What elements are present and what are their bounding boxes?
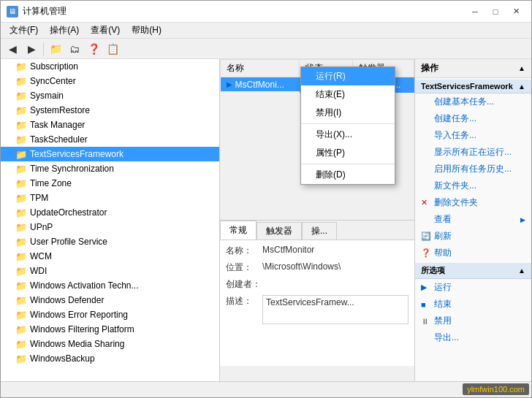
folder-icon: 📁 <box>15 324 27 335</box>
props-creator-row: 创建者： <box>226 278 408 291</box>
tab-triggers[interactable]: 触发器 <box>256 222 302 240</box>
sidebar-item-systemrestore[interactable]: 📁 SystemRestore <box>1 103 219 118</box>
action-run[interactable]: ▶ 运行 <box>415 279 531 296</box>
props-desc-value: TextServicesFramew... <box>262 295 408 324</box>
sidebar-item-timesync[interactable]: 📁 Time Synchronization <box>1 161 219 176</box>
back-button[interactable]: ◀ <box>4 41 21 57</box>
context-menu-sep2 <box>301 164 395 164</box>
toolbar-btn-2[interactable]: 🗂 <box>66 41 83 57</box>
action-show-running[interactable]: 显示所有正在运行... <box>415 144 531 161</box>
actions-section-selected: 所选项 ▲ <box>415 263 531 279</box>
context-menu-props[interactable]: 属性(P) <box>301 144 395 162</box>
toolbar-btn-3[interactable]: ❓ <box>85 41 102 57</box>
run-icon: ▶ <box>421 283 431 292</box>
context-menu-end[interactable]: 结束(E) <box>301 85 395 104</box>
actions-header: 操作 ▲ <box>415 59 531 78</box>
context-menu-run[interactable]: 运行(R) <box>301 67 395 85</box>
context-menu-delete[interactable]: 删除(D) <box>301 166 395 184</box>
action-enable-history[interactable]: 启用所有任务历史... <box>415 161 531 177</box>
toolbar: ◀ ▶ 📁 🗂 ❓ 📋 <box>1 39 531 59</box>
minimize-button[interactable]: ─ <box>466 4 484 20</box>
props-content: 名称： MsCtfMonitor 位置： \Microsoft\Windows\… <box>220 240 414 333</box>
maximize-button[interactable]: □ <box>486 4 505 20</box>
sidebar-item-taskscheduler[interactable]: 📁 TaskScheduler <box>1 132 219 147</box>
tab-actions[interactable]: 操... <box>302 222 337 240</box>
task-status-icon: ▶ <box>227 80 232 88</box>
toolbar-separator <box>43 42 44 56</box>
center-area: 名称 状态 触发器 ▶ MsCtfMoni... 正 <box>220 59 414 381</box>
col-name: 名称 <box>221 60 300 77</box>
close-button[interactable]: ✕ <box>506 4 525 20</box>
end-icon: ■ <box>421 300 431 309</box>
folder-icon: 📁 <box>15 251 27 262</box>
sidebar-item-winerrorreporting[interactable]: 📁 Windows Error Reporting <box>1 307 219 322</box>
sidebar-item-wcm[interactable]: 📁 WCM <box>1 249 219 264</box>
task-name-cell: ▶ MsCtfMoni... <box>221 77 300 92</box>
section-collapse-icon: ▲ <box>518 83 525 91</box>
action-import-task[interactable]: 导入任务... <box>415 127 531 144</box>
folder-icon: 📁 <box>15 222 27 233</box>
right-main: 名称 状态 触发器 ▶ MsCtfMoni... 正 <box>220 59 531 381</box>
folder-icon: 📁 <box>15 105 27 116</box>
title-bar: 🖥 计算机管理 ─ □ ✕ <box>1 1 531 23</box>
sidebar-item-upnp[interactable]: 📁 UPnP <box>1 220 219 234</box>
sidebar-item-timezone[interactable]: 📁 Time Zone <box>1 176 219 191</box>
sidebar-item-updateorch[interactable]: 📁 UpdateOrchestrator <box>1 205 219 220</box>
action-end[interactable]: ■ 结束 <box>415 296 531 313</box>
action-delete-folder[interactable]: ✕ 删除文件夹 <box>415 194 531 211</box>
sidebar-item-textservices[interactable]: 📁 TextServicesFramework <box>1 147 219 161</box>
sidebar-item-winmediasharing[interactable]: 📁 Windows Media Sharing <box>1 337 219 351</box>
action-create-basic[interactable]: 创建基本任务... <box>415 93 531 110</box>
action-disable[interactable]: ⏸ 禁用 <box>415 313 531 329</box>
props-name-value: MsCtfMonitor <box>262 245 408 255</box>
props-location-value: \Microsoft\Windows\ <box>262 261 408 272</box>
props-creator-label: 创建者： <box>226 278 262 291</box>
sidebar-item-subscription[interactable]: 📁 Subscription <box>1 59 219 74</box>
menu-bar: 文件(F) 操作(A) 查看(V) 帮助(H) <box>1 23 531 39</box>
menu-help[interactable]: 帮助(H) <box>126 23 167 38</box>
task-table-container: 名称 状态 触发器 ▶ MsCtfMoni... 正 <box>220 59 414 220</box>
status-bar <box>1 381 531 397</box>
action-help[interactable]: ❓ 帮助 <box>415 245 531 261</box>
sidebar-item-userprofile[interactable]: 📁 User Profile Service <box>1 234 219 249</box>
action-view[interactable]: 查看 ▶ <box>415 211 531 228</box>
menu-view[interactable]: 查看(V) <box>85 23 126 38</box>
section2-collapse-icon: ▲ <box>518 267 525 275</box>
context-menu-export[interactable]: 导出(X)... <box>301 126 395 144</box>
folder-icon: 📁 <box>15 310 27 321</box>
sidebar-item-winfiltering[interactable]: 📁 Windows Filtering Platform <box>1 322 219 337</box>
sidebar-item-sysmain[interactable]: 📁 Sysmain <box>1 88 219 103</box>
sidebar-item-wdi[interactable]: 📁 WDI <box>1 264 219 278</box>
content-area: 📁 Subscription 📁 SyncCenter 📁 Sysmain 📁 … <box>1 59 531 381</box>
props-location-row: 位置： \Microsoft\Windows\ <box>226 261 408 274</box>
action-refresh[interactable]: 🔄 刷新 <box>415 228 531 245</box>
disable-icon: ⏸ <box>421 317 431 326</box>
action-create-task[interactable]: 创建任务... <box>415 110 531 127</box>
sidebar-item-winbackup[interactable]: 📁 WindowsBackup <box>1 351 219 366</box>
action-export[interactable]: 导出... <box>415 329 531 346</box>
tab-general[interactable]: 常规 <box>220 221 256 240</box>
context-menu-disable[interactable]: 禁用(I) <box>301 104 395 122</box>
menu-action[interactable]: 操作(A) <box>44 23 85 38</box>
menu-file[interactable]: 文件(F) <box>4 23 44 38</box>
actions-panel: 操作 ▲ TextServicesFramework ▲ 创建基本任务... 创… <box>414 59 531 381</box>
window-icon: 🖥 <box>7 6 18 18</box>
folder-icon: 📁 <box>15 266 27 277</box>
action-new-folder[interactable]: 新文件夹... <box>415 177 531 194</box>
context-menu-sep1 <box>301 123 395 124</box>
folder-icon: 📁 <box>15 339 27 350</box>
toolbar-btn-4[interactable]: 📋 <box>104 41 121 57</box>
sidebar-item-synccenter[interactable]: 📁 SyncCenter <box>1 74 219 88</box>
actions-collapse-icon[interactable]: ▲ <box>518 64 525 72</box>
view-arrow-icon: ▶ <box>520 216 525 223</box>
sidebar-item-windefender[interactable]: 📁 Windows Defender <box>1 293 219 307</box>
sidebar-item-taskmanager[interactable]: 📁 Task Manager <box>1 118 219 132</box>
props-desc-row: 描述： TextServicesFramew... <box>226 295 408 324</box>
folder-icon: 📁 <box>15 178 27 189</box>
delete-icon: ✕ <box>421 198 431 207</box>
forward-button[interactable]: ▶ <box>23 41 40 57</box>
toolbar-btn-1[interactable]: 📁 <box>47 41 64 57</box>
sidebar-item-tpm[interactable]: 📁 TPM <box>1 191 219 205</box>
props-name-row: 名称： MsCtfMonitor <box>226 245 408 257</box>
sidebar-item-winactivation[interactable]: 📁 Windows Activation Techn... <box>1 278 219 293</box>
